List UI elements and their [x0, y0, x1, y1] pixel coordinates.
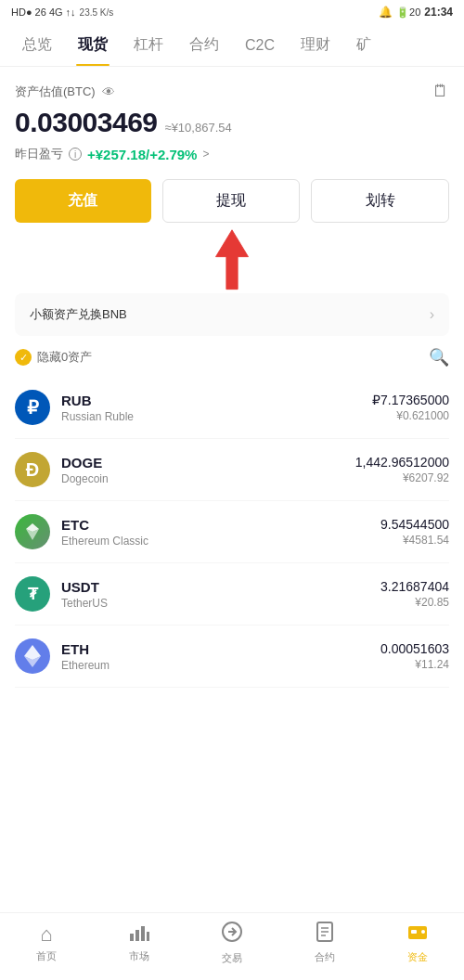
asset-label-text: 资产估值(BTC) [15, 84, 96, 100]
small-assets-text: 小额资产兑换BNB [30, 306, 127, 323]
bottom-nav-market[interactable]: 市场 [111, 922, 167, 963]
deposit-button[interactable]: 充值 [15, 179, 151, 223]
asset-item-usdt[interactable]: ₮ USDT TetherUS 3.21687404 ¥20.85 [15, 563, 449, 625]
etc-amounts: 9.54544500 ¥4581.54 [380, 517, 449, 547]
eth-symbol-text: ETH [61, 641, 380, 657]
asset-item-rub[interactable]: ₽ RUB Russian Ruble ₽7.17365000 ¥0.62100… [15, 377, 449, 439]
asset-list-header: ✓ 隐藏0资产 🔍 [15, 347, 449, 377]
contract-label: 合约 [315, 950, 335, 964]
status-right: 🔔 🔋20 21:34 [379, 6, 453, 19]
history-icon[interactable]: 🗒 [432, 82, 449, 101]
time-display: 21:34 [424, 6, 453, 19]
doge-cny: ¥6207.92 [355, 471, 449, 484]
arrow-annotation [15, 238, 449, 293]
trade-icon [221, 921, 243, 948]
pnl-row: 昨日盈亏 i +¥257.18/+2.79% > [15, 146, 449, 162]
svg-marker-0 [216, 230, 249, 290]
doge-balance: 1,442.96512000 [355, 455, 449, 470]
status-signals: HD● 26 4G ↑↓ [11, 6, 76, 18]
rub-cny: ¥0.621000 [372, 409, 449, 422]
bottom-nav-home[interactable]: ⌂ 首页 [19, 922, 74, 963]
trade-label: 交易 [222, 951, 242, 965]
usdt-cny: ¥20.85 [380, 596, 449, 609]
eth-icon [15, 638, 50, 674]
svg-rect-5 [130, 934, 134, 941]
info-icon[interactable]: i [69, 148, 82, 161]
nav-tabs: 总览 现货 杠杆 合约 C2C 理财 矿 [0, 24, 464, 67]
svg-rect-8 [147, 932, 149, 941]
rub-amounts: ₽7.17365000 ¥0.621000 [372, 393, 449, 422]
usdt-info: USDT TetherUS [61, 579, 380, 610]
eth-info: ETH Ethereum [61, 641, 380, 672]
svg-rect-15 [411, 930, 417, 934]
rub-balance: ₽7.17365000 [372, 393, 449, 407]
pnl-value: +¥257.18/+2.79% [87, 147, 197, 162]
doge-name: Dogecoin [61, 472, 355, 485]
svg-point-16 [421, 930, 425, 934]
asset-btc-row: 0.03003469 ≈¥10,867.54 [15, 107, 449, 138]
pnl-arrow[interactable]: > [202, 148, 209, 161]
rub-symbol-text: RUB [61, 393, 372, 408]
eth-balance: 0.00051603 [380, 641, 449, 656]
asset-item-etc[interactable]: ETC Ethereum Classic 9.54544500 ¥4581.54 [15, 501, 449, 563]
eye-icon[interactable]: 👁 [101, 86, 116, 97]
chevron-right-icon: › [430, 306, 434, 323]
transfer-button[interactable]: 划转 [311, 179, 449, 223]
bottom-nav-contract[interactable]: 合约 [297, 922, 353, 964]
tab-mining[interactable]: 矿 [343, 24, 384, 66]
asset-item-doge[interactable]: Ð DOGE Dogecoin 1,442.96512000 ¥6207.92 [15, 439, 449, 501]
rub-info: RUB Russian Ruble [61, 393, 372, 423]
home-icon: ⌂ [40, 922, 52, 947]
withdraw-button[interactable]: 提现 [162, 179, 301, 223]
rub-name: Russian Ruble [61, 410, 372, 423]
etc-balance: 9.54544500 [380, 517, 449, 532]
etc-cny: ¥4581.54 [380, 534, 449, 547]
tab-contract[interactable]: 合约 [176, 24, 232, 66]
small-assets-banner[interactable]: 小额资产兑换BNB › [15, 293, 449, 336]
etc-info: ETC Ethereum Classic [61, 517, 380, 548]
tab-spot[interactable]: 现货 [65, 24, 121, 66]
hide-zero-label: 隐藏0资产 [37, 349, 92, 366]
hide-zero-toggle[interactable]: ✓ 隐藏0资产 [15, 349, 92, 366]
red-arrow [209, 228, 255, 297]
doge-info: DOGE Dogecoin [61, 455, 355, 485]
home-label: 首页 [36, 949, 57, 963]
usdt-balance: 3.21687404 [380, 579, 449, 594]
doge-icon: Ð [15, 452, 50, 487]
funds-icon [407, 922, 428, 948]
bottom-nav-funds[interactable]: 资金 [390, 922, 445, 964]
tab-c2c[interactable]: C2C [232, 26, 288, 65]
etc-icon [15, 514, 50, 549]
funds-label: 资金 [407, 950, 428, 964]
tab-leverage[interactable]: 杠杆 [121, 24, 176, 66]
check-icon: ✓ [15, 349, 32, 366]
asset-btc-value: 0.03003469 [15, 107, 158, 138]
doge-symbol-text: DOGE [61, 455, 355, 471]
usdt-icon: ₮ [15, 576, 50, 612]
action-buttons: 充值 提现 划转 [15, 179, 449, 223]
search-icon[interactable]: 🔍 [429, 347, 449, 368]
svg-rect-6 [135, 930, 139, 941]
usdt-symbol-text: USDT [61, 579, 380, 595]
tab-overview[interactable]: 总览 [9, 24, 65, 66]
rub-icon: ₽ [15, 390, 50, 425]
alarm-icon: 🔔 [379, 6, 393, 19]
market-label: 市场 [129, 949, 149, 963]
eth-cny: ¥11.24 [380, 658, 449, 671]
asset-item-eth[interactable]: ETH Ethereum 0.00051603 ¥11.24 [15, 625, 449, 688]
eth-name: Ethereum [61, 659, 380, 672]
etc-symbol-text: ETC [61, 517, 380, 533]
eth-amounts: 0.00051603 ¥11.24 [380, 641, 449, 671]
usdt-name: TetherUS [61, 597, 380, 610]
doge-amounts: 1,442.96512000 ¥6207.92 [355, 455, 449, 484]
etc-name: Ethereum Classic [61, 535, 380, 548]
asset-section: 资产估值(BTC) 👁 🗒 0.03003469 ≈¥10,867.54 昨日盈… [0, 67, 464, 688]
bottom-nav: ⌂ 首页 市场 交易 [0, 912, 464, 980]
asset-label-row: 资产估值(BTC) 👁 🗒 [15, 82, 449, 101]
market-icon [129, 922, 149, 947]
bottom-nav-trade[interactable]: 交易 [204, 921, 260, 965]
pnl-label: 昨日盈亏 [15, 146, 63, 162]
battery-icon: 🔋20 [396, 6, 420, 19]
tab-finance[interactable]: 理财 [288, 24, 343, 66]
status-left: HD● 26 4G ↑↓ 23.5 K/s [11, 6, 113, 18]
